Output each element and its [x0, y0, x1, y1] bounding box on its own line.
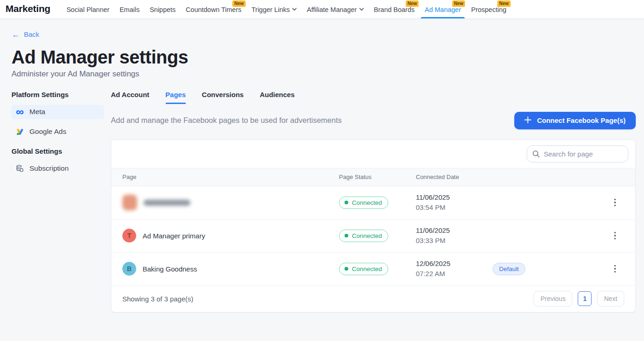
back-link[interactable]: ← Back [12, 30, 39, 38]
page-title: Ad Manager settings [12, 46, 644, 68]
next-page-button[interactable]: Next [597, 291, 624, 306]
search-input[interactable] [527, 145, 628, 162]
settings-tabs: Ad Account Pages Conversions Audiences [111, 88, 636, 104]
nav-item-affiliate-manager[interactable]: Affiliate Manager [302, 0, 369, 18]
nav-item-trigger-links[interactable]: Trigger Links [247, 0, 302, 18]
new-badge: New [406, 0, 419, 7]
status-badge: Connected [339, 197, 388, 209]
page-name-blurred [144, 200, 190, 206]
sidebar-item-subscription[interactable]: Subscription [12, 162, 104, 176]
meta-logo-icon: ∞ [15, 109, 24, 115]
table-row: Connected 11/06/2025 03:54 PM [111, 186, 635, 220]
nav-item-social-planner[interactable]: Social Planner [61, 0, 115, 18]
new-badge: New [232, 0, 246, 7]
page-number-button[interactable]: 1 [578, 291, 592, 306]
results-summary: Showing 3 of 3 page(s) [122, 295, 193, 303]
status-dot-icon [345, 201, 348, 204]
tab-description: Add and manage the Facebook pages to be … [111, 116, 342, 125]
status-dot-icon [345, 267, 348, 271]
status-badge: Connected [339, 230, 388, 242]
settings-sidebar: Platform Settings ∞ Meta Google Ads Glob… [12, 88, 104, 312]
avatar: B [122, 262, 136, 276]
page-search [527, 145, 628, 162]
sidebar-item-label: Subscription [29, 164, 69, 173]
page-subtitle: Administer your Ad Manager settings [12, 69, 644, 79]
column-header-page: Page [122, 173, 339, 180]
column-header-page-status: Page Status [339, 173, 416, 180]
tab-ad-account[interactable]: Ad Account [111, 88, 150, 104]
sidebar-item-google-ads[interactable]: Google Ads [12, 125, 104, 139]
arrow-left-icon: ← [12, 31, 20, 38]
top-navigation: Marketing Social Planner Emails Snippets… [0, 0, 644, 19]
pagination: Previous 1 Next [534, 291, 624, 306]
sidebar-item-label: Meta [29, 108, 45, 116]
chevron-down-icon [292, 5, 297, 12]
status-dot-icon [345, 234, 348, 237]
table-footer: Showing 3 of 3 page(s) Previous 1 Next [111, 286, 635, 312]
main-nav: Social Planner Emails Snippets Countdown… [61, 0, 511, 18]
nav-item-countdown-timers[interactable]: Countdown Timers New [181, 0, 247, 18]
search-icon [532, 150, 540, 160]
connected-date: 11/06/2025 03:33 PM [416, 225, 493, 246]
table-header: Page Page Status Connected Date [111, 168, 635, 186]
table-row: B Baking Goodness Connected 12/06/2025 0… [111, 253, 635, 286]
avatar-blurred [122, 195, 137, 210]
new-badge: New [452, 0, 466, 7]
previous-page-button[interactable]: Previous [534, 291, 572, 306]
nav-item-ad-manager[interactable]: Ad Manager New [420, 0, 466, 18]
row-actions-menu-button[interactable] [609, 229, 621, 242]
table-row: T Ad Manager primary Connected 11/06/202… [111, 220, 635, 253]
tab-conversions[interactable]: Conversions [202, 88, 244, 104]
google-ads-logo-icon [15, 128, 24, 136]
sidebar-item-label: Google Ads [29, 127, 66, 136]
status-badge: Connected [339, 263, 388, 275]
app-logo[interactable]: Marketing [5, 3, 50, 18]
page-content: ← Back Ad Manager settings Administer yo… [0, 19, 644, 312]
row-actions-menu-button[interactable] [609, 262, 621, 275]
coins-stack-icon [15, 164, 24, 173]
nav-item-snippets[interactable]: Snippets [144, 0, 180, 18]
nav-item-brand-boards[interactable]: Brand Boards New [369, 0, 420, 18]
column-header-connected-date: Connected Date [416, 173, 493, 180]
chevron-down-icon [359, 5, 364, 12]
sidebar-item-meta[interactable]: ∞ Meta [12, 105, 104, 119]
row-actions-menu-button[interactable] [609, 196, 621, 209]
page-name: Baking Goodness [143, 265, 197, 273]
connect-facebook-pages-button[interactable]: Connect Facebook Page(s) [514, 112, 636, 129]
sidebar-section-global-settings: Global Settings [12, 147, 104, 155]
connected-date: 12/06/2025 07:22 AM [416, 259, 493, 279]
nav-item-prospecting[interactable]: Prospecting New [466, 0, 512, 18]
tab-audiences[interactable]: Audiences [260, 88, 295, 104]
tab-pages[interactable]: Pages [166, 88, 186, 104]
nav-item-emails[interactable]: Emails [115, 0, 145, 18]
default-badge: Default [493, 263, 525, 275]
pages-table-card: Page Page Status Connected Date Connecte… [111, 139, 636, 312]
new-badge: New [497, 0, 511, 7]
main-panel: Ad Account Pages Conversions Audiences A… [111, 88, 636, 312]
plus-icon [524, 116, 531, 125]
sidebar-section-platform-settings: Platform Settings [12, 91, 104, 98]
connected-date: 11/06/2025 03:54 PM [416, 192, 493, 213]
avatar: T [122, 229, 136, 243]
page-name: Ad Manager primary [143, 232, 205, 240]
